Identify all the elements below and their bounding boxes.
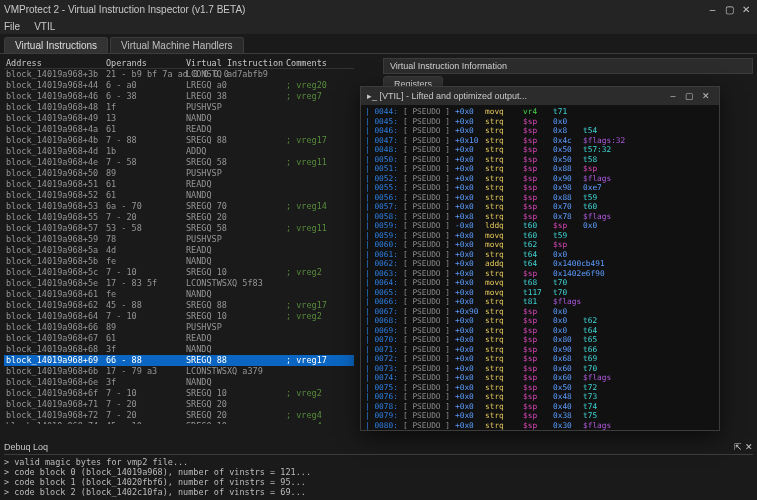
hdr-operands: Operands	[106, 58, 186, 68]
console-row: | 0052:[ PSEUDO ]+0x0strq$sp0x90$flags	[365, 174, 715, 184]
instruction-row[interactable]: block_14019a968+5089PUSHVSP	[4, 168, 354, 179]
instruction-row[interactable]: block_14019a968+5978PUSHVSP	[4, 234, 354, 245]
instruction-row[interactable]: block_14019a968+5a4dREADQ	[4, 245, 354, 256]
console-minimize-icon[interactable]: –	[666, 91, 680, 101]
instruction-row[interactable]: block_14019a968+4b7 - 88SREGQ 88; vreg17	[4, 135, 354, 146]
menu-vtil[interactable]: VTIL	[34, 21, 55, 32]
debug-line: > valid magic bytes for vmp2 file...	[4, 457, 753, 467]
menubar: File VTIL	[0, 18, 757, 34]
console-row: | 0058:[ PSEUDO ]+0x8strq$sp0x78$flags	[365, 212, 715, 222]
instruction-row[interactable]: block_14019a968+5e17 - 83 5fLCONSTWSXQ 5…	[4, 278, 354, 289]
instruction-row[interactable]: block_14019a968+6689PUSHVSP	[4, 322, 354, 333]
console-row: | 0063:[ PSEUDO ]+0x0strq$sp0x1402e6f90	[365, 269, 715, 279]
console-row: | 0055:[ PSEUDO ]+0x0strq$sp0x980xe7	[365, 183, 715, 193]
close-icon[interactable]: ✕	[739, 4, 753, 15]
console-row: | 0065:[ PSEUDO ]+0x0movqt117t70	[365, 288, 715, 298]
instruction-row[interactable]: block_14019a968+557 - 20SREGQ 20	[4, 212, 354, 223]
tab-virtual-instructions[interactable]: Virtual Instructions	[4, 37, 108, 53]
console-maximize-icon[interactable]: ▢	[682, 91, 696, 101]
console-row: | 0080:[ PSEUDO ]+0x0strq$sp0x30$flags	[365, 421, 715, 431]
console-row: | 0048:[ PSEUDO ]+0x0strq$sp0x50t57:32	[365, 145, 715, 155]
tab-vm-handlers[interactable]: Virtual Machine Handlers	[110, 37, 244, 53]
console-row: | 0079:[ PSEUDO ]+0x0strq$sp0x38t75	[365, 411, 715, 421]
hdr-address: Address	[6, 58, 106, 68]
console-row: | 0075:[ PSEUDO ]+0x0strq$sp0x50t72	[365, 383, 715, 393]
instruction-row[interactable]: block_14019a968+4913NANDQ	[4, 113, 354, 124]
instructions-header: Address Operands Virtual Instruction Com…	[4, 58, 354, 69]
instruction-row[interactable]: block_14019a968+5161READQ	[4, 179, 354, 190]
titlebar: VMProtect 2 - Virtual Instruction Inspec…	[0, 0, 757, 18]
minimize-icon[interactable]: –	[705, 4, 719, 15]
instruction-row[interactable]: block_14019a968+6761READQ	[4, 333, 354, 344]
console-titlebar[interactable]: ▸_ [VTIL] - Lifted and optimized output.…	[361, 87, 719, 105]
instruction-row[interactable]: block_14019a968+6f7 - 10SREGQ 10; vreg2	[4, 388, 354, 399]
console-row: | 0050:[ PSEUDO ]+0x0strq$sp0x50t58	[365, 155, 715, 165]
debug-line: > code block 2 (block_1402c10fa), number…	[4, 487, 753, 497]
console-row: | 0056:[ PSEUDO ]+0x0strq$sp0x88t59	[365, 193, 715, 203]
instruction-row[interactable]: block_14019a968+4d1bADDQ	[4, 146, 354, 157]
console-row: | 0074:[ PSEUDO ]+0x0strq$sp0x60$flags	[365, 373, 715, 383]
instruction-row[interactable]: block_14019a968+3b21 - b9 bf 7a ad 0 0 0…	[4, 69, 354, 80]
close-icon[interactable]: ✕	[745, 442, 753, 452]
console-row: | 0073:[ PSEUDO ]+0x0strq$sp0x60t70	[365, 364, 715, 374]
window-title: VMProtect 2 - Virtual Instruction Inspec…	[4, 4, 705, 15]
instruction-row[interactable]: block_14019a968+446 - a0LREGQ a0; vreg20	[4, 80, 354, 91]
main-tabs: Virtual Instructions Virtual Machine Han…	[0, 34, 757, 54]
instructions-panel: Address Operands Virtual Instruction Com…	[4, 58, 354, 450]
instruction-row[interactable]: block_14019a968+5bfeNANDQ	[4, 256, 354, 267]
console-row: | 0057:[ PSEUDO ]+0x0strq$sp0x70t60	[365, 202, 715, 212]
console-row: | 0051:[ PSEUDO ]+0x0strq$sp0x88$sp	[365, 164, 715, 174]
console-row: | 0045:[ PSEUDO ]+0x0strq$sp0x0	[365, 117, 715, 127]
instruction-row[interactable]: block_14019a968+4e7 - 58SREGQ 58; vreg11	[4, 157, 354, 168]
instruction-row[interactable]: block_14019a968+6b17 - 79 a3LCONSTWSXQ a…	[4, 366, 354, 377]
debug-log: Debuq Loq ⇱ ✕ > valid magic bytes for vm…	[4, 442, 753, 496]
console-row: | 0059:[ PSEUDO ]+0x0movqt60t59	[365, 231, 715, 241]
instruction-row[interactable]: block_14019a968+727 - 20SREGQ 20; vreg4	[4, 410, 354, 421]
console-row: | 0067:[ PSEUDO ]+0x90strq$sp0x0	[365, 307, 715, 317]
instruction-row[interactable]: block_14019a968+5c7 - 10SREGQ 10; vreg2	[4, 267, 354, 278]
instruction-row[interactable]: block_14019a968+61feNANDQ	[4, 289, 354, 300]
instruction-row[interactable]: block_14019a968+5753 - 58SREGQ 58; vreg1…	[4, 223, 354, 234]
instructions-list[interactable]: block_14019a968+3b21 - b9 bf 7a ad 0 0 0…	[4, 69, 354, 424]
console-row: | 0068:[ PSEUDO ]+0x0strq$sp0x0t62	[365, 316, 715, 326]
maximize-icon[interactable]: ▢	[722, 4, 736, 15]
debug-header: Debuq Loq	[4, 442, 734, 452]
workspace: Address Operands Virtual Instruction Com…	[0, 54, 757, 454]
console-close-icon[interactable]: ✕	[699, 91, 713, 101]
console-title: [VTIL] - Lifted and optimized output...	[380, 91, 666, 101]
console-row: | 0061:[ PSEUDO ]+0x0strqt640x0	[365, 250, 715, 260]
console-body[interactable]: | 0044:[ PSEUDO ]+0x0movqvr4t71| 0045:[ …	[361, 105, 719, 430]
undock-icon[interactable]: ⇱	[734, 442, 742, 452]
instruction-row[interactable]: block_14019a968+6966 - 88SREGQ 88; vreg1…	[4, 355, 354, 366]
instruction-row[interactable]: block_14019a968+466 - 38LREGQ 38; vreg7	[4, 91, 354, 102]
console-row: | 0059:[ PSEUDO ]-0x0lddqt60$sp0x0	[365, 221, 715, 231]
instruction-row[interactable]: block_14019a968+481fPUSHVSP	[4, 102, 354, 113]
console-row: | 0046:[ PSEUDO ]+0x0strq$sp0x8t54	[365, 126, 715, 136]
console-row: | 0069:[ PSEUDO ]+0x0strq$sp0x0t64	[365, 326, 715, 336]
console-row: | 0062:[ PSEUDO ]+0x0addqt640x1400cb491	[365, 259, 715, 269]
instruction-row[interactable]: block_14019a968+6245 - 88SREGQ 88; vreg1…	[4, 300, 354, 311]
instruction-row[interactable]: block_14019a968+6e3fNANDQ	[4, 377, 354, 388]
menu-file[interactable]: File	[4, 21, 20, 32]
info-tab[interactable]: Virtual Instruction Information	[383, 58, 753, 74]
instruction-row[interactable]: block_14019a968+536a - 70SREGQ 70; vreg1…	[4, 201, 354, 212]
console-row: | 0066:[ PSEUDO ]+0x0strqt81$flags	[365, 297, 715, 307]
instruction-row[interactable]: block_14019a968+717 - 20SREGQ 20	[4, 399, 354, 410]
debug-line: > code block 1 (block_14020fbf6), number…	[4, 477, 753, 487]
console-row: | 0076:[ PSEUDO ]+0x0strq$sp0x48t73	[365, 392, 715, 402]
hdr-vinstr: Virtual Instruction	[186, 58, 286, 68]
instruction-row[interactable]: block_14019a968+683fNANDQ	[4, 344, 354, 355]
terminal-icon: ▸_	[367, 91, 377, 101]
instruction-row[interactable]: block_14019a968+647 - 10SREGQ 10; vreg2	[4, 311, 354, 322]
console-row: | 0072:[ PSEUDO ]+0x0strq$sp0x68t69	[365, 354, 715, 364]
debug-body: > valid magic bytes for vmp2 file...> co…	[4, 455, 753, 497]
console-row: | 0044:[ PSEUDO ]+0x0movqvr4t71	[365, 107, 715, 117]
window-buttons: – ▢ ✕	[705, 4, 753, 15]
instruction-row[interactable]: block_14019a968+7445 - 10SREGQ 10; vreg4	[4, 421, 354, 424]
instruction-row[interactable]: block_14019a968+5261NANDQ	[4, 190, 354, 201]
hdr-comments: Comments	[286, 58, 346, 68]
debug-line: > code block 0 (block_14019a968), number…	[4, 467, 753, 477]
instruction-row[interactable]: block_14019a968+4a61READQ	[4, 124, 354, 135]
console-row: | 0060:[ PSEUDO ]+0x0movqt62$sp	[365, 240, 715, 250]
console-row: | 0078:[ PSEUDO ]+0x0strq$sp0x40t74	[365, 402, 715, 412]
